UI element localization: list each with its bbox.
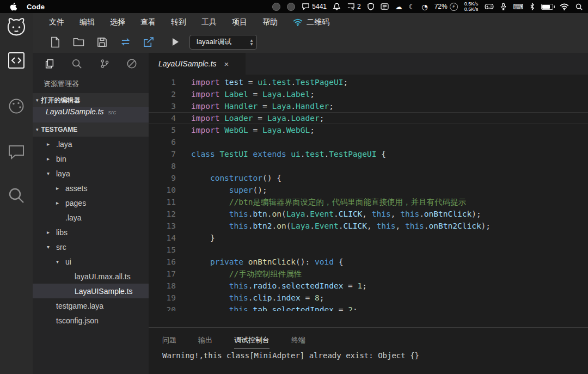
- debug-disabled-icon[interactable]: [126, 58, 137, 69]
- tree-item[interactable]: testgame.laya: [33, 298, 149, 313]
- layabox-logo-icon[interactable]: [5, 16, 27, 39]
- code-line: 15: [149, 244, 588, 256]
- tree-item[interactable]: ▾ui: [33, 254, 149, 269]
- select-stepper-icon[interactable]: ▲ ▼: [247, 35, 256, 49]
- chevron-down-icon: ▾: [47, 244, 56, 250]
- code-line: 2import Label = Laya.Label;: [149, 88, 588, 100]
- line-content: [176, 244, 191, 256]
- tree-item[interactable]: .laya: [33, 210, 149, 225]
- game-controller-icon[interactable]: [485, 3, 494, 10]
- code-line: 8: [149, 160, 588, 172]
- line-number: 16: [149, 256, 176, 268]
- editor-surface[interactable]: 1import test = ui.test.TestPageUI;2impor…: [149, 75, 588, 327]
- source-control-icon[interactable]: [99, 58, 110, 69]
- menu-查看[interactable]: 查看: [133, 17, 163, 27]
- moon-icon[interactable]: ☾: [409, 3, 415, 10]
- clock-icon[interactable]: ◔: [421, 3, 427, 10]
- qr-menu-item[interactable]: 二维码: [293, 17, 329, 27]
- debug-target-select[interactable]: layaair调试 ▲ ▼: [189, 35, 257, 50]
- tree-item[interactable]: ▸.laya: [33, 137, 149, 151]
- sync-button[interactable]: [119, 36, 131, 48]
- global-search-icon[interactable]: [8, 187, 25, 204]
- menu-编辑[interactable]: 编辑: [72, 17, 102, 27]
- open-editor-item[interactable]: LayaUISample.tssrc: [33, 107, 149, 122]
- line-number: 11: [149, 196, 176, 208]
- new-file-button[interactable]: [49, 36, 61, 48]
- code-line: 10 super();: [149, 184, 588, 196]
- open-folder-button[interactable]: [72, 36, 84, 48]
- wifi-icon[interactable]: [560, 3, 569, 10]
- status-app-icon-1[interactable]: [272, 3, 280, 11]
- tree-item[interactable]: ▸pages: [33, 195, 149, 210]
- chat-badge[interactable]: 2: [347, 3, 361, 10]
- line-content: import Loader = Laya.Loader;: [176, 112, 324, 124]
- line-number: 18: [149, 280, 176, 292]
- code-view-icon[interactable]: [8, 52, 25, 69]
- chevron-down-icon: ▾: [47, 170, 56, 176]
- menu-选择[interactable]: 选择: [102, 17, 133, 27]
- panel-tab-调试控制台[interactable]: 调试控制台: [234, 332, 270, 348]
- bell-icon[interactable]: [333, 3, 340, 10]
- screen: Code 5441 2 ☁ ☾ ◔: [0, 0, 588, 374]
- tree-item[interactable]: ▸assets: [33, 181, 149, 195]
- tree-item-label: .laya: [65, 213, 82, 222]
- editor-tab[interactable]: LayaUISample.ts ×: [149, 53, 246, 75]
- keyboard-input-icon[interactable]: ⌨: [513, 3, 523, 10]
- tree-item[interactable]: LayaUISample.ts: [33, 284, 149, 298]
- line-content: this.btn2.on(Laya.Event.CLICK, this, thi…: [176, 220, 491, 232]
- tab-label: LayaUISample.ts: [158, 59, 217, 68]
- tree-item[interactable]: ▸libs: [33, 225, 149, 240]
- tree-item-label: libs: [56, 228, 68, 237]
- explorer-files-icon[interactable]: [44, 58, 55, 69]
- panel-tab-输出[interactable]: 输出: [198, 332, 212, 348]
- ide-window: 文件编辑选择查看转到工具项目帮助 二维码: [0, 13, 588, 374]
- status-app-icon-2[interactable]: [287, 3, 295, 11]
- tree-item-label: layaUI.max.all.ts: [75, 272, 131, 281]
- bluetooth-icon[interactable]: [530, 3, 535, 10]
- cloud-icon[interactable]: ☁: [395, 3, 402, 10]
- feedback-chat-icon[interactable]: [8, 144, 25, 160]
- save-button[interactable]: [96, 36, 108, 48]
- menu-转到[interactable]: 转到: [163, 17, 194, 27]
- tree-item[interactable]: tsconfig.json: [33, 313, 149, 328]
- designer-palette-icon[interactable]: [8, 97, 25, 115]
- panel-tab-问题[interactable]: 问题: [162, 332, 176, 348]
- chevron-down-icon: ▾: [56, 259, 65, 265]
- battery-percent-widget[interactable]: 72% ⚡: [434, 3, 458, 11]
- app-name[interactable]: Code: [27, 3, 45, 11]
- line-number: 2: [149, 88, 176, 100]
- list-widget-icon[interactable]: [381, 3, 389, 10]
- apple-menu-icon[interactable]: [10, 3, 17, 11]
- net-down: 0.5K/s: [464, 7, 479, 12]
- tab-bar: LayaUISample.ts ×: [149, 53, 588, 75]
- code-line: 18 this.radio.selectedIndex = 1;: [149, 280, 588, 292]
- messages-badge[interactable]: 5441: [302, 3, 327, 10]
- tree-item[interactable]: layaUI.max.all.ts: [33, 269, 149, 284]
- sidebar-search-icon[interactable]: [71, 58, 82, 69]
- code-line: 1import test = ui.test.TestPageUI;: [149, 76, 588, 88]
- line-number: 10: [149, 184, 176, 196]
- microphone-icon[interactable]: [500, 3, 506, 10]
- open-editors-header[interactable]: ▾ 打开的编辑器: [33, 93, 149, 107]
- menu-工具[interactable]: 工具: [194, 17, 224, 27]
- window-menus: 文件编辑选择查看转到工具项目帮助: [41, 17, 285, 27]
- project-section-header[interactable]: ▾ TESTGAME: [33, 122, 149, 137]
- panel-tab-终端[interactable]: 终端: [291, 332, 305, 348]
- tree-item[interactable]: ▾laya: [33, 166, 149, 181]
- tree-item[interactable]: ▾src: [33, 240, 149, 254]
- window-menu-row: 文件编辑选择查看转到工具项目帮助 二维码: [33, 13, 588, 31]
- network-speed-widget[interactable]: 0.5K/s 0.5K/s: [464, 1, 479, 12]
- spotlight-search-icon[interactable]: [575, 3, 583, 10]
- shield-icon[interactable]: [367, 3, 374, 10]
- line-content: }: [176, 232, 215, 244]
- sidebar-toolbar: [33, 53, 149, 75]
- run-button[interactable]: [173, 38, 179, 46]
- menu-文件[interactable]: 文件: [41, 17, 72, 27]
- battery-icon[interactable]: [541, 4, 553, 10]
- export-button[interactable]: [143, 36, 155, 48]
- content: 资源管理器 ▾ 打开的编辑器 LayaUISample.tssrc ▾ TEST…: [33, 53, 588, 374]
- menu-帮助[interactable]: 帮助: [255, 17, 285, 27]
- tab-close-icon[interactable]: ×: [224, 59, 229, 69]
- menu-项目[interactable]: 项目: [224, 17, 255, 27]
- tree-item[interactable]: ▸bin: [33, 151, 149, 166]
